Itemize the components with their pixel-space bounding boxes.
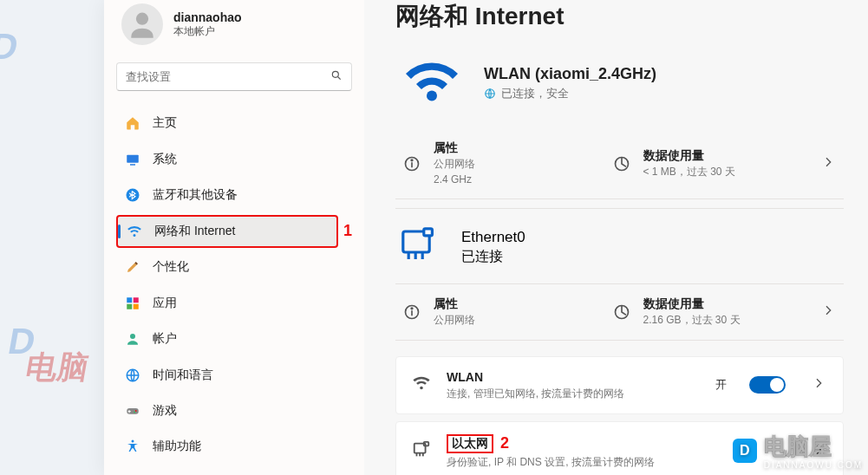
svg-line-2 bbox=[338, 76, 341, 79]
sidebar-item-accounts[interactable]: 帐户 bbox=[116, 322, 352, 355]
wifi-status: 已连接，安全 bbox=[501, 86, 569, 101]
system-icon bbox=[125, 152, 140, 167]
wifi-properties-sub1: 公用网络 bbox=[434, 158, 475, 172]
ethernet-banner: Ethernet0 已连接 bbox=[395, 208, 844, 284]
ethernet-card-subtitle: 身份验证, IP 和 DNS 设置, 按流量计费的网络 bbox=[447, 455, 655, 470]
wlan-card-title: WLAN bbox=[447, 370, 483, 384]
svg-rect-16 bbox=[128, 411, 131, 412]
profile-block[interactable]: diannaohao 本地帐户 bbox=[116, 0, 352, 59]
ethernet-data-usage-link[interactable]: 数据使用量 2.16 GB，过去 30 天 bbox=[612, 296, 822, 328]
annotation-number-1: 1 bbox=[343, 222, 352, 240]
ethernet-details-card: 属性 公用网络 数据使用量 2.16 GB，过去 30 天 bbox=[395, 284, 844, 341]
ethernet-card-title: 以太网 bbox=[447, 434, 493, 453]
ethernet-name: Ethernet0 bbox=[461, 229, 525, 246]
wifi-usage-sub: < 1 MB，过去 30 天 bbox=[643, 166, 735, 179]
sidebar-item-time-language[interactable]: 时间和语言 bbox=[116, 359, 352, 391]
wifi-icon bbox=[127, 224, 142, 239]
svg-rect-3 bbox=[127, 154, 139, 162]
person-icon bbox=[125, 331, 140, 347]
main-content: 网络和 Internet WLAN (xiaomi_2.4GHz) 已连接，安全 bbox=[364, 0, 868, 475]
wifi-usage-label: 数据使用量 bbox=[643, 148, 735, 164]
accessibility-icon bbox=[125, 439, 140, 454]
svg-point-0 bbox=[136, 13, 148, 25]
ethernet-icon bbox=[412, 440, 431, 463]
wlan-settings-card[interactable]: WLAN 连接, 管理已知网络, 按流量计费的网络 开 bbox=[395, 356, 844, 414]
ethernet-large-icon bbox=[399, 226, 441, 268]
info-icon bbox=[402, 154, 421, 173]
svg-rect-6 bbox=[127, 297, 132, 303]
svg-point-21 bbox=[411, 159, 413, 161]
search-icon bbox=[330, 69, 343, 85]
gamepad-icon bbox=[125, 403, 140, 419]
wifi-banner: WLAN (xiaomi_2.4GHz) 已连接，安全 bbox=[395, 49, 844, 128]
info-icon bbox=[402, 303, 421, 322]
sidebar-item-label: 辅助功能 bbox=[153, 439, 201, 454]
globe-clock-icon bbox=[125, 368, 140, 383]
profile-account-type: 本地帐户 bbox=[173, 24, 242, 39]
sidebar-item-system[interactable]: 系统 bbox=[116, 143, 352, 175]
chevron-right-icon bbox=[821, 303, 837, 321]
sidebar: diannaohao 本地帐户 主页 系统 蓝牙 bbox=[104, 0, 364, 475]
search-box[interactable] bbox=[116, 62, 352, 91]
sidebar-item-home[interactable]: 主页 bbox=[116, 107, 352, 139]
page-title: 网络和 Internet bbox=[395, 0, 844, 49]
wlan-toggle[interactable] bbox=[749, 376, 786, 394]
data-usage-icon bbox=[612, 303, 631, 322]
wifi-properties-link[interactable]: 属性 公用网络 2.4 GHz bbox=[402, 140, 612, 186]
sidebar-item-label: 个性化 bbox=[153, 259, 189, 275]
wifi-ssid: WLAN (xiaomi_2.4GHz) bbox=[484, 65, 656, 83]
home-icon bbox=[125, 115, 140, 131]
wlan-toggle-label: 开 bbox=[715, 377, 727, 393]
ethernet-usage-sub: 2.16 GB，过去 30 天 bbox=[643, 314, 741, 328]
wifi-data-usage-link[interactable]: 数据使用量 < 1 MB，过去 30 天 bbox=[612, 148, 822, 179]
svg-rect-7 bbox=[134, 297, 139, 303]
ethernet-properties-link[interactable]: 属性 公用网络 bbox=[402, 296, 612, 328]
svg-rect-8 bbox=[127, 303, 132, 309]
svg-point-17 bbox=[132, 440, 134, 443]
bluetooth-icon bbox=[125, 187, 140, 203]
ethernet-properties-label: 属性 bbox=[434, 296, 475, 312]
svg-point-30 bbox=[411, 308, 413, 309]
wlan-card-subtitle: 连接, 管理已知网络, 按流量计费的网络 bbox=[447, 387, 624, 401]
sidebar-item-personalization[interactable]: 个性化 bbox=[116, 251, 352, 283]
avatar bbox=[121, 3, 163, 45]
search-input[interactable] bbox=[126, 70, 330, 83]
annotation-number-2: 2 bbox=[500, 434, 509, 452]
svg-point-14 bbox=[134, 412, 135, 413]
paintbrush-icon bbox=[125, 259, 140, 275]
data-usage-icon bbox=[612, 154, 631, 173]
apps-icon bbox=[125, 296, 140, 311]
sidebar-item-label: 应用 bbox=[153, 296, 177, 311]
sidebar-item-network[interactable]: 网络和 Internet bbox=[116, 215, 338, 248]
svg-rect-24 bbox=[424, 229, 433, 236]
wifi-properties-label: 属性 bbox=[434, 140, 475, 156]
wifi-details-card: 属性 公用网络 2.4 GHz 数据使用量 < 1 MB，过去 30 天 bbox=[395, 128, 844, 199]
svg-rect-33 bbox=[424, 442, 429, 446]
ethernet-properties-sub: 公用网络 bbox=[434, 314, 475, 328]
wifi-properties-sub2: 2.4 GHz bbox=[434, 173, 475, 187]
sidebar-item-label: 蓝牙和其他设备 bbox=[153, 187, 238, 203]
sidebar-item-label: 主页 bbox=[153, 115, 177, 131]
wifi-large-icon bbox=[399, 55, 465, 111]
ethernet-usage-label: 数据使用量 bbox=[643, 296, 741, 312]
sidebar-item-label: 帐户 bbox=[153, 331, 177, 347]
svg-point-13 bbox=[135, 410, 137, 412]
svg-point-10 bbox=[130, 334, 135, 339]
ethernet-status: 已连接 bbox=[461, 249, 503, 264]
sidebar-item-label: 网络和 Internet bbox=[154, 224, 235, 239]
svg-rect-9 bbox=[134, 303, 139, 309]
chevron-right-icon bbox=[821, 155, 837, 172]
chevron-right-icon bbox=[812, 376, 827, 394]
sidebar-item-label: 系统 bbox=[153, 152, 177, 167]
sidebar-item-apps[interactable]: 应用 bbox=[116, 287, 352, 319]
watermark-logo: D 电脑屋 DIANNAOWU.COM bbox=[733, 432, 863, 470]
wifi-icon bbox=[412, 374, 431, 396]
svg-rect-4 bbox=[130, 164, 135, 166]
globe-icon bbox=[484, 88, 496, 100]
sidebar-item-accessibility[interactable]: 辅助功能 bbox=[116, 431, 352, 463]
sidebar-item-label: 游戏 bbox=[153, 403, 177, 419]
sidebar-item-bluetooth[interactable]: 蓝牙和其他设备 bbox=[116, 179, 352, 211]
profile-name: diannaohao bbox=[173, 10, 242, 24]
svg-point-1 bbox=[332, 71, 338, 77]
sidebar-item-gaming[interactable]: 游戏 bbox=[116, 394, 352, 426]
